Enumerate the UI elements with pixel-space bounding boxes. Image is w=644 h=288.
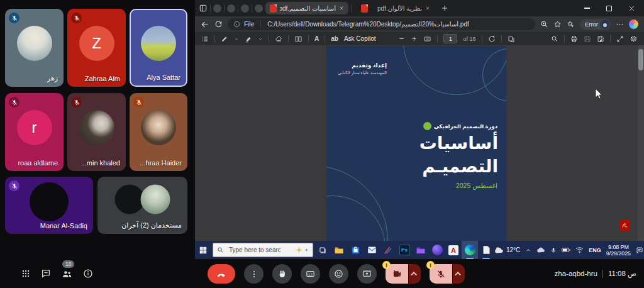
document-app-icon[interactable] — [478, 241, 494, 259]
tray-mic-icon[interactable] — [550, 246, 557, 254]
table-of-contents-icon[interactable] — [201, 35, 209, 43]
language-indicator[interactable]: ENG — [589, 247, 601, 253]
task-view-icon[interactable] — [314, 241, 331, 259]
reactions-button[interactable] — [329, 264, 348, 284]
rotate-icon[interactable] — [488, 35, 496, 43]
raise-hand-button[interactable] — [272, 264, 292, 284]
new-tab-icon[interactable] — [441, 4, 448, 12]
paint-pen-icon[interactable] — [380, 241, 396, 259]
onedrive-cloud-icon[interactable] — [536, 247, 545, 253]
action-center-icon[interactable] — [636, 246, 643, 254]
autocad-label: A — [451, 247, 456, 253]
taskbar-search-box[interactable] — [213, 243, 313, 257]
highlighter-dropdown-chevron-icon[interactable] — [258, 36, 263, 42]
zoom-in-icon[interactable] — [411, 35, 418, 42]
print-icon[interactable] — [570, 35, 578, 43]
tray-date: 9/29/2025 — [606, 250, 631, 257]
collapsed-tab-circle[interactable] — [255, 4, 263, 13]
present-screen-button[interactable] — [357, 264, 377, 284]
page-number-input[interactable]: 1 — [443, 34, 457, 43]
favorite-star-icon[interactable] — [553, 20, 562, 28]
address-bar[interactable]: File C:/Users/dell/Downloads/Telegram%20… — [228, 18, 535, 30]
collapsed-tab-circle[interactable] — [227, 4, 235, 13]
camera-options-chevron[interactable] — [409, 264, 421, 284]
eraser-icon[interactable] — [275, 35, 282, 43]
collapsed-tab-circle[interactable] — [213, 4, 221, 13]
ask-copilot-button[interactable]: Ask Copilot — [344, 35, 376, 42]
profile-button[interactable]: Error — [580, 19, 611, 30]
tab-active[interactable]: أساسيات التصميم.pdf — [265, 2, 348, 14]
avatar — [140, 185, 170, 214]
participant-tile[interactable]: ...hraa Haider — [130, 93, 187, 171]
collapsed-tab-circle[interactable] — [241, 4, 249, 13]
apps-grid-icon[interactable] — [21, 269, 30, 278]
tray-clock[interactable]: 9:08 PM 9/29/2025 — [606, 244, 631, 257]
draw-pen-icon[interactable] — [221, 35, 228, 43]
scrollbar[interactable] — [638, 45, 644, 241]
read-aloud-icon[interactable]: A — [314, 35, 319, 42]
hang-up-button[interactable] — [208, 264, 235, 284]
participant-tile-active-speaker[interactable]: Alya Sattar — [130, 9, 187, 87]
edge-browser-icon[interactable] — [462, 241, 478, 259]
minimize-icon[interactable] — [584, 8, 590, 9]
maximize-icon[interactable] — [606, 6, 612, 11]
pen-dropdown-chevron-icon[interactable] — [234, 36, 239, 42]
open-in-acrobat-button[interactable] — [619, 220, 630, 231]
organize-pages-icon[interactable] — [508, 35, 515, 43]
save-as-icon[interactable] — [597, 35, 604, 43]
copilot-sparkle-icon — [295, 246, 309, 254]
pdf-viewport[interactable]: إعداد وتقديم المهندسة علياء ستار الكناني… — [195, 45, 644, 241]
participant-tile[interactable]: ...min khaled — [67, 93, 126, 171]
page-info-icon[interactable] — [233, 21, 240, 28]
save-icon[interactable] — [584, 35, 591, 43]
round-app-icon[interactable] — [429, 241, 445, 259]
info-icon[interactable] — [83, 269, 93, 279]
favorites-bar-icon[interactable] — [567, 20, 575, 28]
copilot-icon[interactable] — [629, 19, 638, 29]
wifi-icon[interactable] — [575, 246, 584, 253]
scrollbar-thumb[interactable] — [638, 49, 643, 70]
mail-icon[interactable] — [364, 241, 380, 259]
participant-tile[interactable]: زهر — [5, 9, 64, 87]
participant-tile[interactable]: Z Zahraa Alm — [67, 9, 126, 87]
overflow-participants-tile[interactable]: مستخدمان (2) آخران — [97, 177, 187, 234]
close-window-icon[interactable] — [628, 5, 635, 12]
start-button[interactable] — [195, 241, 211, 259]
mic-off-badge-icon — [71, 13, 82, 23]
fullscreen-icon[interactable] — [616, 35, 624, 43]
fit-to-width-icon[interactable] — [423, 35, 431, 43]
refresh-icon[interactable] — [214, 20, 223, 28]
battery-icon[interactable] — [562, 247, 570, 253]
close-tab-icon[interactable] — [339, 6, 344, 11]
text-highlight-icon[interactable]: ab — [331, 35, 338, 42]
search-input[interactable] — [228, 246, 282, 254]
page-view-icon[interactable] — [294, 35, 303, 43]
tab-inactive[interactable]: نظرية الألوان.pdf — [357, 2, 435, 14]
cover-course-line: دورة التصميم الجرافيكي — [423, 122, 497, 130]
close-tab-icon[interactable] — [425, 6, 430, 11]
zoom-out-icon[interactable] — [398, 35, 405, 42]
mic-options-chevron[interactable] — [453, 264, 465, 284]
back-icon[interactable] — [201, 20, 209, 29]
captions-button[interactable] — [301, 264, 320, 284]
camera-warning-badge: ! — [382, 261, 391, 269]
tray-expand-chevron-icon[interactable] — [525, 247, 531, 253]
weather-widget[interactable]: 12°C — [494, 246, 520, 254]
search-document-icon[interactable] — [551, 35, 558, 43]
tab-actions-icon[interactable] — [199, 4, 208, 13]
more-options-button[interactable] — [244, 264, 264, 284]
participant-tile[interactable]: Manar Al-Sadiq — [5, 177, 93, 234]
purple-folder-icon[interactable] — [413, 241, 429, 259]
photoshop-icon[interactable]: Ps — [396, 241, 413, 259]
participant-tile[interactable]: r roaa aldlame — [5, 93, 64, 171]
meeting-info: zha-aqbd-hru ص 11:08 — [555, 259, 636, 288]
settings-more-icon[interactable] — [616, 20, 624, 28]
file-explorer-icon[interactable] — [331, 241, 347, 259]
highlighter-icon[interactable] — [245, 35, 252, 43]
autocad-icon[interactable]: A — [445, 241, 462, 259]
chat-icon[interactable] — [41, 269, 51, 279]
store-icon[interactable] — [347, 241, 364, 259]
zoom-search-icon[interactable] — [540, 20, 548, 28]
pdf-settings-gear-icon[interactable] — [630, 35, 638, 43]
participants-icon[interactable]: 10 — [62, 269, 72, 279]
